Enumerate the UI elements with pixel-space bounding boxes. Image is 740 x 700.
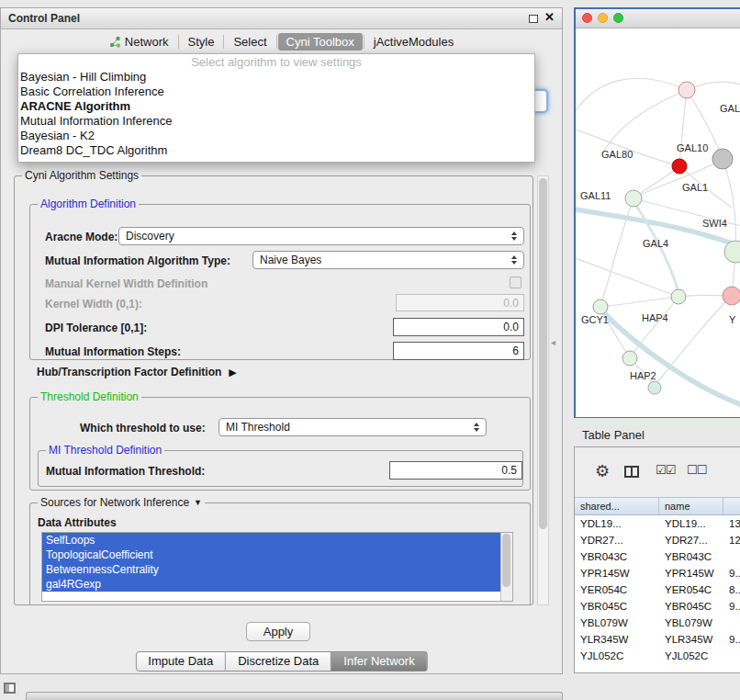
tab-impute-data[interactable]: Impute Data [135, 651, 226, 672]
node-green-hap2[interactable] [622, 351, 637, 366]
node-pale-pink-top[interactable] [678, 82, 695, 98]
threshold-definition-title: Threshold Definition [38, 390, 141, 403]
mi-threshold-field[interactable]: 0.5 [389, 461, 522, 480]
which-threshold-select[interactable]: MI Threshold [219, 418, 487, 436]
dpi-tolerance-field[interactable]: 0.0 [393, 318, 524, 336]
node-gray-gal10[interactable] [712, 149, 733, 169]
cell [723, 615, 740, 631]
settings-scrollbar[interactable] [537, 175, 549, 605]
network-canvas[interactable]: GAL80 GAL10 GAL11 GAL1 SWI4 GAL4 GCY1 HA… [576, 28, 740, 417]
tab-network[interactable]: Network [101, 33, 177, 51]
docked-window-edge[interactable] [26, 692, 563, 700]
attribute-item-selected[interactable]: TopologicalCoefficient [42, 548, 500, 562]
tab-style[interactable]: Style [180, 33, 223, 51]
manual-kernel-checkbox[interactable] [510, 277, 521, 288]
node-label: GAL [720, 103, 740, 114]
table-row[interactable]: YLR345W YLR345W 9... [575, 631, 740, 648]
tab-label: Network [125, 35, 169, 49]
dpi-tolerance-label: DPI Tolerance [0,1]: [45, 322, 147, 334]
columns-icon[interactable] [624, 466, 639, 478]
float-window-icon[interactable] [529, 15, 538, 23]
node-red-highlight[interactable] [672, 159, 687, 174]
attribute-item-selected[interactable]: SelfLoops [42, 533, 500, 548]
close-traffic-light[interactable] [582, 13, 592, 23]
cell: YLR345W [575, 631, 659, 648]
close-icon[interactable]: ✕ [544, 10, 555, 24]
tab-cyni-toolbox[interactable]: Cyni Toolbox [278, 33, 363, 51]
attribute-item-selected[interactable]: BetweennessCentrality [42, 562, 500, 577]
threshold-definition-group: Threshold Definition Which threshold to … [29, 397, 531, 491]
column-header-name[interactable]: name [659, 498, 723, 514]
tab-jactivemodules[interactable]: jActiveModules [365, 33, 462, 51]
kernel-width-field[interactable]: 0.0 [396, 294, 524, 311]
cell: YBR043C [575, 548, 659, 565]
cell: YDR27... [575, 532, 659, 548]
attribute-item-selected[interactable]: gal4RGexp [42, 577, 500, 592]
mi-type-select[interactable]: Naive Bayes [252, 251, 524, 269]
algorithm-definition-group: Algorithm Definition Aracne Mode: Discov… [29, 204, 531, 360]
algorithm-prompt: Select algorithm to view settings [18, 54, 534, 70]
minimize-traffic-light[interactable] [598, 13, 608, 23]
cell: YJL052C [659, 648, 723, 664]
tab-infer-network[interactable]: Infer Network [331, 651, 427, 672]
table-row[interactable]: YBR043C YBR043C [575, 548, 740, 565]
algorithm-option[interactable]: Bayesian - Hill Climbing [18, 70, 534, 85]
column-header-extra[interactable] [723, 498, 740, 514]
collapse-arrow-icon: ▼ [194, 498, 202, 507]
node-teal-bottom[interactable] [648, 381, 661, 394]
cell: YPR145W [575, 565, 659, 581]
mi-steps-field[interactable]: 6 [393, 342, 524, 360]
gear-icon[interactable]: ⚙ [595, 463, 610, 480]
table-row[interactable]: YDR27... YDR27... 12... [575, 532, 740, 548]
select-columns-icon[interactable]: ☑☑ [656, 463, 675, 477]
tab-separator [178, 35, 179, 49]
tab-label: Style [188, 35, 215, 49]
cell: 9... [723, 598, 740, 615]
network-window-titlebar [576, 9, 740, 28]
node-green-gcy1[interactable] [593, 299, 608, 314]
table-row[interactable]: YBL079W YBL079W [575, 615, 740, 631]
apply-button[interactable]: Apply [246, 622, 310, 641]
cell: YDL19... [575, 515, 659, 532]
tab-select[interactable]: Select [225, 33, 275, 51]
table-panel-title: Table Panel [582, 428, 645, 442]
splitter-collapse-icon[interactable]: ◂ [551, 337, 555, 347]
tab-separator [223, 35, 224, 49]
node-label: SWI4 [702, 218, 727, 229]
column-header-shared-name[interactable]: shared... [575, 498, 659, 514]
chevron-updown-icon [511, 255, 517, 265]
algorithm-option[interactable]: Dream8 DC_TDC Algorithm [18, 143, 534, 158]
zoom-traffic-light[interactable] [613, 13, 623, 23]
cell: YLR345W [659, 631, 723, 648]
table-body: YDL19... YDL19... 13... YDR27... YDR27..… [575, 515, 740, 673]
table-row[interactable]: YPR145W YPR145W 9... [575, 565, 740, 581]
control-panel-window: Control Panel ✕ Network Style Select Cyn… [0, 7, 563, 674]
which-threshold-label: Which threshold to use: [80, 422, 206, 435]
deselect-columns-icon[interactable]: ☐☐ [687, 463, 706, 477]
table-row[interactable]: YBR045C YBR045C 9... [575, 598, 740, 615]
attribute-list-scrollbar[interactable] [500, 533, 512, 601]
algorithm-option[interactable]: Basic Correlation Inference [18, 85, 534, 99]
algorithm-dropdown-popup: Select algorithm to view settings Bayesi… [17, 53, 535, 163]
network-view-window: GAL80 GAL10 GAL11 GAL1 SWI4 GAL4 GCY1 HA… [574, 7, 740, 418]
table-row[interactable]: YJL052C YJL052C [575, 648, 740, 664]
algorithm-option-selected[interactable]: ARACNE Algorithm [18, 99, 534, 114]
sources-title[interactable]: Sources for Network Inference ▼ [38, 496, 205, 509]
mi-type-label: Mutual Information Algorithm Type: [45, 254, 230, 267]
node-label: HAP4 [642, 312, 668, 323]
mi-steps-label: Mutual Information Steps: [45, 345, 181, 358]
settings-group-title: Cyni Algorithm Settings [22, 169, 141, 182]
minimized-panel-icon[interactable] [4, 683, 16, 694]
algorithm-option[interactable]: Bayesian - K2 [18, 129, 534, 143]
attribute-list: SelfLoops TopologicalCoefficient Between… [41, 532, 513, 602]
table-panel: ⚙ ☑☑ ☐☐ shared... name YDL19... YDL19...… [574, 446, 740, 673]
node-green-gal1[interactable] [625, 190, 642, 207]
hub-definition-section[interactable]: Hub/Transcription Factor Definition ▶ [37, 366, 237, 378]
node-green-hap4[interactable] [671, 289, 686, 304]
node-pink-right[interactable] [723, 287, 740, 305]
table-row[interactable]: YER054C YER054C 8... [575, 581, 740, 598]
tab-discretize-data[interactable]: Discretize Data [226, 651, 331, 672]
table-row[interactable]: YDL19... YDL19... 13... [575, 515, 740, 532]
aracne-mode-select[interactable]: Discovery [118, 227, 524, 245]
algorithm-option[interactable]: Mutual Information Inference [18, 114, 534, 129]
